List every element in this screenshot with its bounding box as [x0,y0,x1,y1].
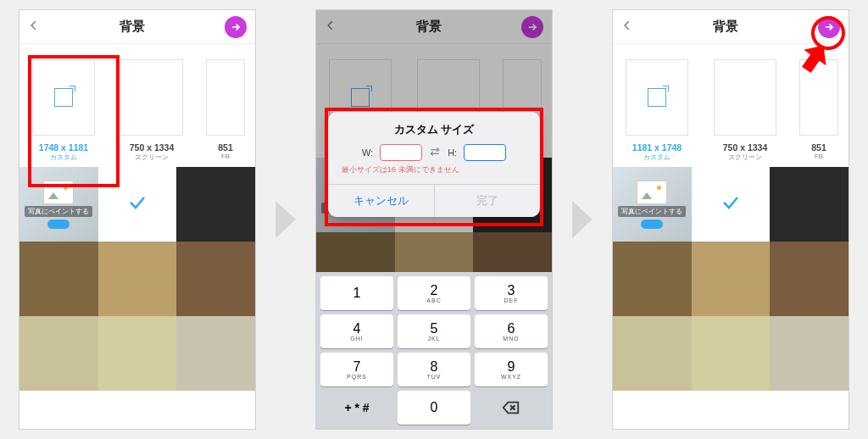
svg-marker-3 [572,201,593,238]
bg-swatch[interactable] [98,242,177,316]
bg-swatch[interactable] [770,167,849,242]
size-options-row: 1748 x 1181 カスタム 750 x 1334 スクリーン 851 FB [19,44,255,167]
key-7[interactable]: 7PQRS [320,353,393,386]
size-card-fb[interactable]: 851 FB [196,59,255,162]
bg-swatch[interactable] [692,242,771,316]
key-symbols[interactable]: + * # [320,391,393,425]
page-title: 背景 [633,19,818,35]
key-5[interactable]: 5JKL [398,314,470,348]
back-icon[interactable] [621,19,633,35]
size-card-custom[interactable]: 1748 x 1181 カスタム [19,59,108,162]
key-8[interactable]: 8TUV [398,353,470,386]
paint-on-photo[interactable]: 写真にペイントする [19,167,98,242]
check-icon [127,192,147,216]
svg-marker-0 [275,201,296,238]
bg-swatch[interactable] [98,316,177,391]
custom-size-icon [54,88,73,107]
bg-swatch[interactable] [770,242,849,316]
size-card-screen[interactable]: 750 x 1334 スクリーン [108,59,196,162]
key-9[interactable]: 9WXYZ [475,353,548,386]
size-card-screen[interactable]: 750 x 1334 スクリーン [701,59,789,162]
svg-marker-4 [799,42,828,76]
dialog-error: 最小サイズは16 未満にできません [328,164,540,184]
step-arrow-icon [266,186,305,253]
photo-icon [637,181,667,204]
width-input[interactable] [380,144,422,161]
paint-on-photo[interactable]: 写真にペイントする [613,167,692,242]
bg-swatch[interactable] [770,316,849,391]
title-bar: 背景 [19,10,255,44]
numeric-keypad: 1 2ABC 3DEF 4GHI 5JKL 6MNO 7PQRS 8TUV 9W… [316,272,552,429]
bg-swatch[interactable] [176,242,255,316]
bg-swatch[interactable] [19,316,98,391]
screen-3: 背景 1181 x 1748 カスタム 750 x 1334 スクリーン 851… [612,9,849,430]
size-card-custom[interactable]: 1181 x 1748 カスタム [613,59,701,162]
background-grid: 写真にペイントする [19,167,255,391]
bg-swatch[interactable] [613,242,692,316]
bg-swatch[interactable] [613,316,692,391]
custom-size-icon [648,88,666,107]
screen-1: 背景 1748 x 1181 カスタム 750 x 1334 スクリーン 851… [19,9,256,430]
dialog-title: カスタム サイズ [328,112,540,144]
next-button[interactable] [818,16,840,38]
key-6[interactable]: 6MNO [475,314,548,348]
key-1[interactable]: 1 [320,276,393,310]
height-input[interactable] [464,144,506,161]
bg-swatch[interactable] [176,167,255,242]
key-3[interactable]: 3DEF [475,276,548,310]
screen-2: 背景 851 写真にペイントする カスタム サイズ W: [315,9,553,430]
background-grid: 写真にペイントする [613,167,849,391]
title-bar: 背景 [613,10,849,44]
custom-size-dialog: カスタム サイズ W: H: 最小サイズは16 未満にできません キャンセル 完… [328,112,540,217]
swap-icon[interactable] [429,146,441,159]
back-icon[interactable] [28,19,40,35]
bg-white-selected[interactable] [692,167,771,242]
key-2[interactable]: 2ABC [398,276,470,310]
next-button[interactable] [225,16,247,38]
step-arrow-icon [563,186,602,253]
check-icon [721,192,741,216]
height-label: H: [448,147,457,158]
key-backspace[interactable] [475,391,548,425]
bg-swatch[interactable] [19,242,98,316]
width-label: W: [362,147,373,158]
key-0[interactable]: 0 [398,391,470,425]
key-4[interactable]: 4GHI [320,314,393,348]
bg-swatch[interactable] [692,316,771,391]
cancel-button[interactable]: キャンセル [328,185,435,217]
bg-swatch[interactable] [176,316,255,391]
annotation-arrow-icon [799,42,828,80]
bg-white-selected[interactable] [98,167,177,242]
done-button[interactable]: 完了 [435,185,541,217]
photo-icon [43,181,74,204]
page-title: 背景 [40,19,225,35]
